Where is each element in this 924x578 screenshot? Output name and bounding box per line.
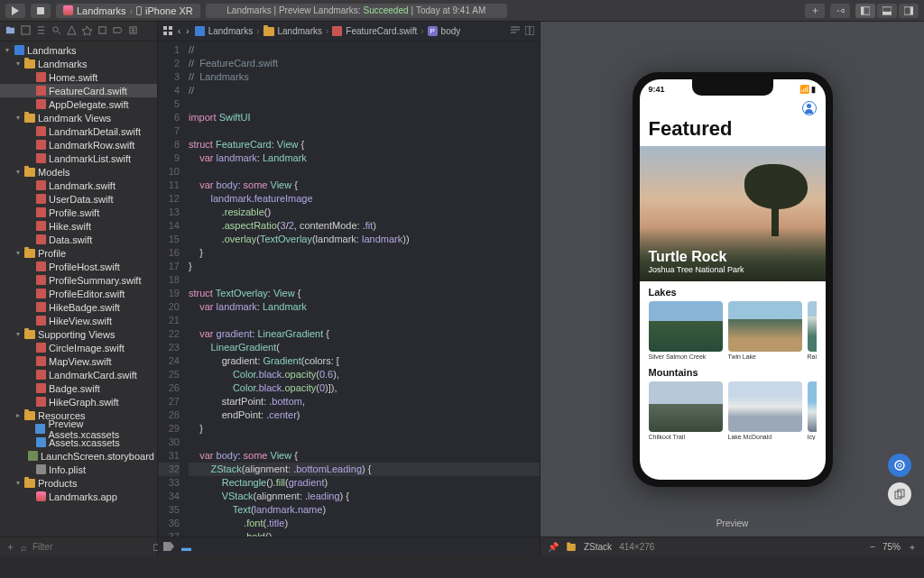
- thumbnail-image: [808, 381, 817, 432]
- toggle-navigator-button[interactable]: [855, 4, 875, 18]
- test-nav-tab[interactable]: [82, 25, 92, 37]
- svg-rect-4: [882, 11, 892, 14]
- signal-wifi-battery-icon: 📶 ▮: [799, 85, 817, 94]
- symbol-nav-tab[interactable]: [36, 25, 46, 37]
- zoom-level: 75%: [882, 542, 901, 552]
- thumbnail-image: [728, 301, 802, 352]
- filter-input[interactable]: [32, 542, 147, 552]
- landmark-card: Lake McDonald: [728, 381, 802, 440]
- debug-console-button[interactable]: ▬: [181, 542, 191, 553]
- folder-icon: [567, 544, 576, 551]
- scheme-selector[interactable]: Landmarks › iPhone XR: [56, 4, 200, 18]
- disclosure-icon[interactable]: ▾: [14, 60, 22, 68]
- run-button[interactable]: [5, 4, 25, 18]
- svg-point-8: [53, 27, 59, 32]
- issue-nav-tab[interactable]: [67, 25, 77, 37]
- source-editor[interactable]: 1234567891011121314151617181920212223242…: [158, 41, 540, 537]
- device-frame: 9:41 📶 ▮ Featured Turtle Rock Joshua Tre…: [633, 72, 833, 487]
- device-notch: [692, 79, 773, 96]
- disclosure-icon[interactable]: ▾: [14, 249, 22, 257]
- file-products[interactable]: ▾Products: [0, 476, 157, 490]
- file-data-swift[interactable]: Data.swift: [0, 233, 157, 246]
- minimap-toggle[interactable]: [511, 26, 520, 37]
- library-button[interactable]: [830, 4, 850, 18]
- zoom-out-button[interactable]: −: [870, 542, 875, 552]
- file-preview-assets-xcassets[interactable]: Preview Assets.xcassets: [0, 422, 157, 436]
- zoom-in-button[interactable]: ＋: [908, 541, 917, 554]
- file-home-swift[interactable]: Home.swift: [0, 70, 157, 84]
- file-landmarks[interactable]: ▾Landmarks: [0, 43, 157, 57]
- debug-nav-tab[interactable]: [97, 25, 107, 37]
- toggle-inspector-button[interactable]: [899, 4, 919, 18]
- toggle-debug-button[interactable]: [877, 4, 897, 18]
- disclosure-icon[interactable]: ▾: [4, 46, 11, 54]
- related-items-button[interactable]: [163, 26, 172, 37]
- navigator-tabbar: [0, 22, 157, 41]
- profile-icon: [802, 101, 817, 115]
- forward-button[interactable]: ›: [186, 26, 189, 36]
- file-landmarks[interactable]: ▾Landmarks: [0, 57, 157, 70]
- file-landmarks-app[interactable]: Landmarks.app: [0, 490, 157, 503]
- disclosure-icon[interactable]: ▾: [14, 330, 22, 338]
- property-icon: P: [428, 26, 438, 36]
- disclosure-icon[interactable]: ▾: [14, 479, 22, 487]
- file-supporting-views[interactable]: ▾Supporting Views: [0, 327, 157, 341]
- breadcrumb[interactable]: Landmarks› Landmarks› FeatureCard.swift›…: [195, 26, 461, 36]
- device-icon: [136, 6, 142, 15]
- source-control-tab[interactable]: [21, 25, 31, 37]
- find-nav-tab[interactable]: [51, 25, 61, 37]
- back-button[interactable]: ‹: [178, 26, 180, 36]
- app-icon: [63, 5, 73, 15]
- file-hikebadge-swift[interactable]: HikeBadge.swift: [0, 300, 157, 314]
- file-profilesummary-swift[interactable]: ProfileSummary.swift: [0, 273, 157, 287]
- file-featurecard-swift[interactable]: FeatureCard.swift: [0, 84, 157, 97]
- file-hikegraph-swift[interactable]: HikeGraph.swift: [0, 395, 157, 408]
- file-profilehost-swift[interactable]: ProfileHost.swift: [0, 260, 157, 273]
- file-hikeview-swift[interactable]: HikeView.swift: [0, 314, 157, 327]
- preview-canvas[interactable]: 9:41 📶 ▮ Featured Turtle Rock Joshua Tre…: [541, 22, 924, 537]
- chevron-right-icon: ›: [129, 5, 133, 16]
- file-landmark-views[interactable]: ▾Landmark Views: [0, 111, 157, 124]
- pin-icon[interactable]: 📌: [548, 542, 559, 552]
- file-profile-swift[interactable]: Profile.swift: [0, 206, 157, 219]
- file-circleimage-swift[interactable]: CircleImage.swift: [0, 341, 157, 354]
- editor-options-button[interactable]: [525, 26, 534, 37]
- file-landmarkcard-swift[interactable]: LandmarkCard.swift: [0, 368, 157, 381]
- file-appdelegate-swift[interactable]: AppDelegate.swift: [0, 97, 157, 111]
- file-launchscreen-storyboard[interactable]: LaunchScreen.storyboard: [0, 449, 157, 463]
- file-landmarkrow-swift[interactable]: LandmarkRow.swift: [0, 138, 157, 151]
- add-button[interactable]: ＋: [805, 4, 825, 18]
- file-models[interactable]: ▾Models: [0, 165, 157, 179]
- breakpoint-toggle[interactable]: [163, 542, 174, 553]
- landmark-card: Icy Bay: [808, 381, 817, 440]
- file-userdata-swift[interactable]: UserData.swift: [0, 192, 157, 206]
- add-target-button[interactable]: ＋: [5, 540, 15, 554]
- svg-point-16: [898, 463, 901, 467]
- file-badge-swift[interactable]: Badge.swift: [0, 381, 157, 395]
- thumbnail-image: [728, 381, 802, 432]
- thumbnail-image: [649, 301, 723, 352]
- project-icon: [195, 26, 205, 36]
- disclosure-icon[interactable]: ▾: [14, 114, 22, 122]
- disclosure-icon[interactable]: ▸: [14, 411, 22, 419]
- file-profileeditor-swift[interactable]: ProfileEditor.swift: [0, 287, 157, 300]
- file-info-plist[interactable]: Info.plist: [0, 463, 157, 476]
- file-hike-swift[interactable]: Hike.swift: [0, 219, 157, 233]
- activity-status: Landmarks | Preview Landmarks:Succeeded|…: [206, 4, 507, 18]
- canvas-refresh-button[interactable]: [888, 454, 911, 477]
- file-mapview-swift[interactable]: MapView.swift: [0, 354, 157, 368]
- selection-size: 414×276: [619, 542, 654, 552]
- stop-button[interactable]: [31, 4, 51, 18]
- file-landmarkdetail-swift[interactable]: LandmarkDetail.swift: [0, 124, 157, 138]
- hero-park: Joshua Tree National Park: [649, 265, 817, 274]
- disclosure-icon[interactable]: ▾: [14, 168, 22, 176]
- file-landmark-swift[interactable]: Landmark.swift: [0, 179, 157, 192]
- project-nav-tab[interactable]: [5, 25, 15, 37]
- breakpoint-nav-tab[interactable]: [113, 25, 123, 37]
- svg-rect-6: [910, 6, 913, 14]
- file-profile[interactable]: ▾Profile: [0, 246, 157, 260]
- report-nav-tab[interactable]: [128, 25, 138, 37]
- canvas-duplicate-button[interactable]: [888, 482, 911, 506]
- file-landmarklist-swift[interactable]: LandmarkList.swift: [0, 151, 157, 165]
- filter-icon: ⌕: [21, 542, 27, 553]
